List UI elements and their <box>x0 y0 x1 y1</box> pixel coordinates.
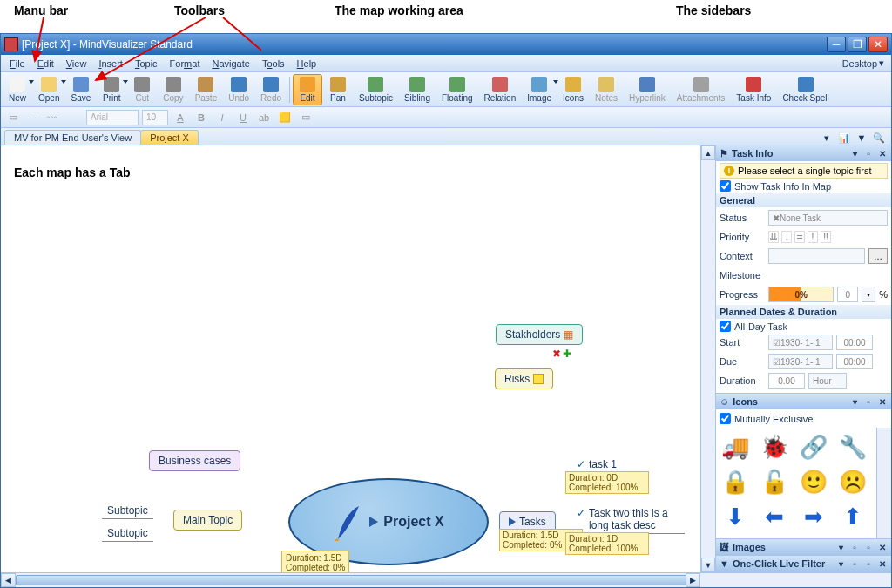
duration-unit[interactable]: Hour <box>808 373 847 389</box>
node-business-cases[interactable]: Business cases <box>149 450 240 471</box>
icon-lock[interactable]: 🔒 <box>720 466 751 497</box>
icon-cancel[interactable]: ⛔ <box>759 536 790 538</box>
tb-notes[interactable]: Notes <box>590 75 623 105</box>
panel-close-button[interactable]: ✕ <box>877 396 888 407</box>
tb-attachments[interactable]: Attachments <box>672 75 731 105</box>
icon-arrow-left[interactable]: ⬅ <box>759 501 790 532</box>
menu-help[interactable]: Help <box>292 57 322 71</box>
progress-dd[interactable]: ▾ <box>862 287 875 302</box>
icon-arrow-right[interactable]: ➡ <box>798 501 829 532</box>
tb-redo[interactable]: Redo <box>255 75 287 105</box>
start-date[interactable]: ☑ 1930- 1- 1 <box>768 335 833 350</box>
desktop-menu[interactable]: Desktop ▾ <box>839 56 888 71</box>
menu-tools[interactable]: Tools <box>257 57 290 71</box>
fontsize-combo[interactable]: 10 <box>142 110 168 125</box>
tb-print[interactable]: Print <box>97 75 126 105</box>
fillcolor-button[interactable]: 🟨 <box>276 110 294 125</box>
progress-bar[interactable]: 0% <box>768 287 834 302</box>
fontcolor-button[interactable]: A <box>172 110 189 125</box>
scroll-up-button[interactable]: ▲ <box>701 145 715 160</box>
canvas-vscroll[interactable]: ▲ ▼ <box>700 145 715 572</box>
canvas-hscroll[interactable]: ◀ ▶ <box>1 572 700 587</box>
node-main-topic-1[interactable]: Main Topic <box>173 510 242 531</box>
bordercolor-button[interactable]: ▭ <box>297 110 314 125</box>
tb-sibling[interactable]: Sibling <box>399 75 436 105</box>
icons-header[interactable]: ☺Icons▾▫✕ <box>716 394 891 409</box>
icon-link[interactable]: 🔗 <box>798 431 829 463</box>
menu-format[interactable]: Format <box>165 57 206 71</box>
icon-prohibit[interactable]: 🚫 <box>837 536 868 538</box>
delete-icon[interactable]: ✖ <box>552 348 561 360</box>
strike-button[interactable]: ab <box>255 110 273 125</box>
tb-paste[interactable]: Paste <box>190 75 223 105</box>
expand-icon[interactable] <box>369 517 378 527</box>
node-subtopic-1a[interactable]: Subtopic <box>102 503 153 519</box>
tb-relation[interactable]: Relation <box>479 75 522 105</box>
context-combo[interactable] <box>768 248 865 264</box>
tb-save[interactable]: Save <box>65 75 96 105</box>
bold-button[interactable]: B <box>193 110 210 125</box>
expand-icon[interactable] <box>509 517 516 526</box>
menu-file[interactable]: File <box>4 57 30 71</box>
tab-mv-pm[interactable]: MV for PM End User's View <box>4 130 141 145</box>
tb-floating[interactable]: Floating <box>436 75 478 105</box>
panel-menu-button[interactable]: ▾ <box>849 148 860 159</box>
allday-checkbox[interactable]: All-Day Task <box>720 321 888 332</box>
tab-prev[interactable]: ▾ <box>818 131 835 145</box>
tb-copy[interactable]: Copy <box>158 75 188 105</box>
underline-button[interactable]: U <box>234 110 252 125</box>
scroll-left-button[interactable]: ◀ <box>1 573 16 587</box>
taskinfo-header[interactable]: ⚑Task Info▾▫✕ <box>716 145 891 161</box>
tb-taskinfo[interactable]: Task Info <box>731 75 776 105</box>
menu-topic[interactable]: Topic <box>130 57 163 71</box>
tab-funnel-icon[interactable]: ▼ <box>853 131 870 145</box>
minimize-button[interactable]: ─ <box>827 37 846 52</box>
add-icon[interactable]: ✚ <box>563 348 571 360</box>
tb-open[interactable]: Open <box>33 75 64 105</box>
tab-projectx[interactable]: Project X <box>140 130 199 145</box>
icon-arrow-up[interactable]: ⬆ <box>837 501 868 532</box>
menu-navigate[interactable]: Navigate <box>206 57 254 71</box>
progress-spin[interactable]: 0 <box>837 287 858 302</box>
icon-unlock[interactable]: 🔓 <box>759 466 790 497</box>
icon-happy[interactable]: 🙂 <box>798 466 829 497</box>
tb-pan[interactable]: Pan <box>323 75 353 105</box>
due-time[interactable]: 00:00 <box>836 354 873 369</box>
panel-min-button[interactable]: ▫ <box>863 148 874 159</box>
tb-icons[interactable]: Icons <box>558 75 589 105</box>
font-combo[interactable]: Arial <box>86 110 139 125</box>
menu-view[interactable]: View <box>61 57 92 71</box>
tab-zoom-icon[interactable]: 🔍 <box>870 131 888 145</box>
start-time[interactable]: 00:00 <box>836 335 873 350</box>
icon-truck[interactable]: 🚚 <box>720 431 751 463</box>
panel-min-button[interactable]: ▫ <box>863 396 874 407</box>
icon-ladybug[interactable]: 🐞 <box>759 431 790 463</box>
node-risks[interactable]: Risks <box>495 368 553 389</box>
shape-tool[interactable]: ▭ <box>4 110 22 125</box>
italic-button[interactable]: I <box>213 110 231 125</box>
duration-val[interactable]: 0.00 <box>768 373 805 389</box>
panel-menu-button[interactable]: ▾ <box>849 396 860 407</box>
filter-header[interactable]: ▼One-Click Live Filter▾▫▫✕ <box>716 556 891 571</box>
tb-cut[interactable]: Cut <box>127 75 157 105</box>
due-date[interactable]: ☑ 1930- 1- 1 <box>768 354 833 369</box>
icon-exclaim[interactable]: ! <box>798 536 829 538</box>
context-browse-button[interactable]: … <box>868 248 888 264</box>
tb-undo[interactable]: Undo <box>223 75 254 105</box>
icon-checkmark[interactable]: ✔ <box>720 536 751 538</box>
tb-hyperlink[interactable]: Hyperlink <box>624 75 671 105</box>
node-subtopic-1b[interactable]: Subtopic <box>102 525 153 542</box>
node-stakeholders[interactable]: Stakholders▦ <box>496 324 583 345</box>
images-header[interactable]: 🖼Images▾▫▫✕ <box>716 539 891 555</box>
tb-checkspell[interactable]: Check Spell <box>777 75 834 105</box>
tb-subtopic[interactable]: Subtopic <box>354 75 398 105</box>
node-task2[interactable]: ✓Task two this is a long task desc <box>571 505 685 534</box>
mutual-checkbox[interactable]: Mutually Exclusive <box>716 411 891 426</box>
tb-new[interactable]: New <box>3 75 32 105</box>
curve-tool[interactable]: 〰 <box>43 110 60 125</box>
icon-arrow-down[interactable]: ⬇ <box>720 501 751 532</box>
icons-scroll[interactable] <box>876 428 891 538</box>
scroll-right-button[interactable]: ▶ <box>686 573 700 587</box>
icon-wrench[interactable]: 🔧 <box>837 431 868 463</box>
hscroll-thumb[interactable] <box>16 575 695 585</box>
